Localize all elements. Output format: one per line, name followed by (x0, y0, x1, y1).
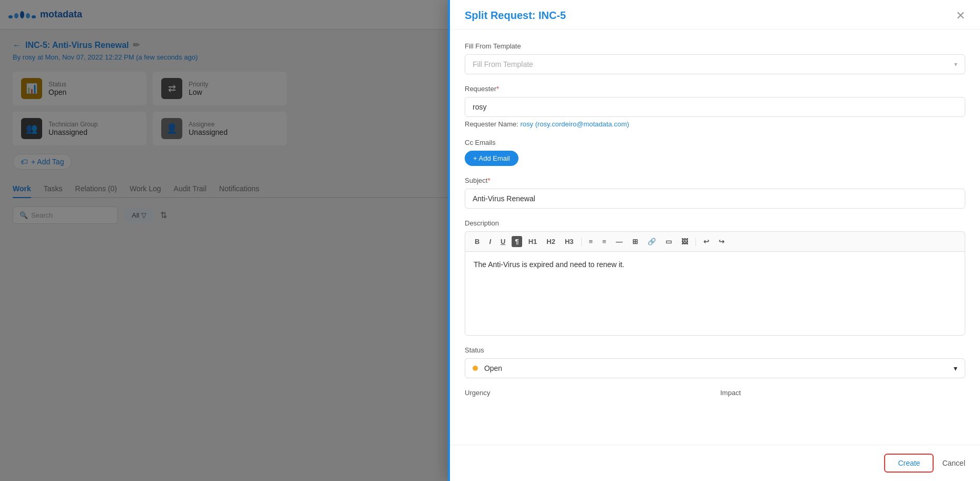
template-select[interactable]: Fill From Template ▾ (465, 54, 965, 74)
status-field: Status Open ▾ (465, 346, 965, 378)
cc-emails-section: Cc Emails + Add Email (465, 139, 965, 166)
description-field: Description B I U ¶ H1 H2 H3 ≡ ≡ — ⊞ 🔗 ▭… (465, 219, 965, 336)
modal-header: Split Request: INC-5 ✕ (450, 0, 980, 30)
description-label: Description (465, 219, 965, 227)
subject-input[interactable] (465, 189, 965, 209)
hr-button[interactable]: — (613, 236, 626, 247)
requester-name-link[interactable]: rosy (rosy.cordeiro@motadata.com) (521, 120, 630, 128)
subject-label: Subject* (465, 176, 965, 184)
impact-field: Impact (720, 389, 965, 401)
impact-label: Impact (720, 389, 965, 397)
template-field: Fill From Template Fill From Template ▾ (465, 42, 965, 74)
urgency-impact-row: Urgency Impact (465, 389, 965, 411)
chevron-down-icon: ▾ (954, 364, 957, 372)
toolbar-separator-2 (695, 238, 696, 246)
modal-footer: Create Cancel (450, 445, 980, 481)
required-indicator: * (487, 176, 490, 184)
template-label: Fill From Template (465, 42, 965, 50)
required-indicator: * (496, 85, 499, 93)
urgency-field: Urgency (465, 389, 710, 401)
h3-button[interactable]: H3 (562, 236, 577, 247)
create-button[interactable]: Create (884, 454, 934, 473)
link-button[interactable]: 🔗 (644, 236, 659, 247)
bold-button[interactable]: B (472, 236, 483, 247)
chevron-down-icon: ▾ (954, 61, 957, 68)
description-text: The Anti-Virus is expired and need to re… (474, 260, 624, 269)
requester-input[interactable] (465, 97, 965, 117)
requester-field: Requester* Requester Name: rosy (rosy.co… (465, 85, 965, 128)
h2-button[interactable]: H2 (543, 236, 558, 247)
bullet-list-button[interactable]: ≡ (586, 236, 596, 247)
toolbar-separator (581, 238, 582, 246)
modal-close-button[interactable]: ✕ (956, 10, 965, 22)
requester-label: Requester* (465, 85, 965, 93)
table-button[interactable]: ⊞ (629, 236, 641, 247)
urgency-label: Urgency (465, 389, 710, 397)
redo-button[interactable]: ↪ (716, 236, 728, 247)
status-label: Status (465, 346, 965, 354)
italic-button[interactable]: I (486, 236, 494, 247)
underline-button[interactable]: U (497, 236, 508, 247)
status-select-value: Open (473, 364, 502, 372)
add-email-button[interactable]: + Add Email (465, 151, 518, 166)
h1-button[interactable]: H1 (525, 236, 541, 247)
image-button[interactable]: 🖼 (678, 236, 691, 247)
cc-emails-label: Cc Emails (465, 139, 965, 146)
editor-toolbar: B I U ¶ H1 H2 H3 ≡ ≡ — ⊞ 🔗 ▭ 🖼 ↩ ↪ (465, 231, 965, 251)
embed-button[interactable]: ▭ (662, 236, 675, 247)
subject-field: Subject* (465, 176, 965, 209)
template-select-value: Fill From Template (473, 60, 533, 68)
cancel-button[interactable]: Cancel (942, 459, 965, 467)
split-request-modal: Split Request: INC-5 ✕ Fill From Templat… (448, 0, 980, 481)
description-editor[interactable]: The Anti-Virus is expired and need to re… (465, 251, 965, 336)
undo-button[interactable]: ↩ (700, 236, 712, 247)
ordered-list-button[interactable]: ≡ (599, 236, 610, 247)
status-select[interactable]: Open ▾ (465, 358, 965, 378)
modal-title: Split Request: INC-5 (465, 9, 566, 22)
paragraph-button[interactable]: ¶ (512, 236, 522, 247)
modal-body: Fill From Template Fill From Template ▾ … (450, 30, 980, 445)
status-dot-icon (473, 366, 478, 371)
requester-name-display: Requester Name: rosy (rosy.cordeiro@mota… (465, 120, 965, 128)
